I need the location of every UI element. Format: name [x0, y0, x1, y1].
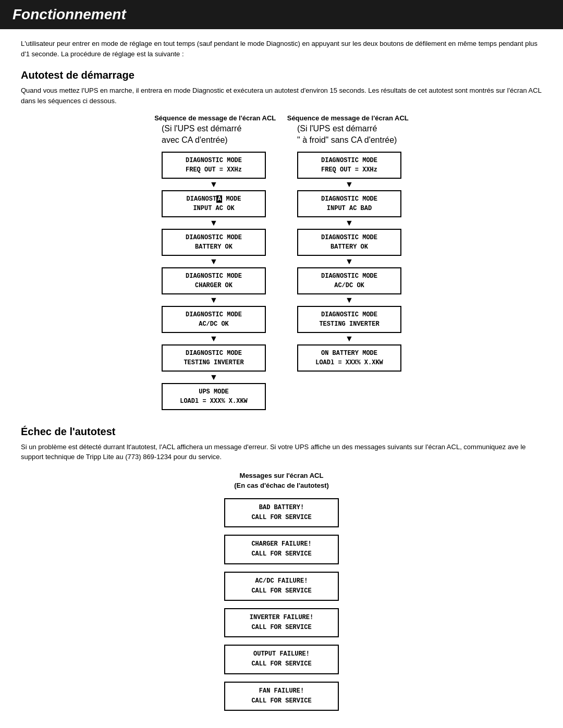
diagram-main-header: Séquence de message de l'écran ACL Séque… — [21, 114, 542, 122]
error-box-2: CHARGER FAILURE!CALL FOR SERVICE — [224, 535, 339, 564]
page-content: L'utilisateur peur entrer en mode de rég… — [0, 39, 563, 728]
error-messages-container: Messages sur l'écran ACL (En cas d'échac… — [21, 471, 542, 718]
col1-header: (Si l'UPS est démarré avec CA d'entrée) — [162, 123, 266, 146]
lcd-box-c1-5: DIAGNOSTIC MODEAC/DC OK — [162, 306, 266, 333]
arrow-c1-1 — [210, 180, 218, 189]
lcd-box-c2-4: DIAGNOSTIC MODEAC/DC OK — [297, 267, 401, 294]
lcd-box-c2-2: DIAGNOSTIC MODEINPUT AC BAD — [297, 190, 401, 217]
error-box-1: BAD BATTERY!CALL FOR SERVICE — [224, 498, 339, 527]
arrow-c1-4 — [210, 295, 218, 305]
error-box-6: FAN FAILURE!CALL FOR SERVICE — [224, 682, 339, 711]
section2-heading: Échec de l'autotest — [21, 426, 542, 438]
arrow-c2-4 — [345, 295, 353, 305]
diagram-col1: DIAGNOSTIC MODEFREQ OUT = XXHz DIAGNOSTA… — [162, 152, 266, 410]
lcd-box-c2-1: DIAGNOSTIC MODEFREQ OUT = XXHz — [297, 152, 401, 179]
arrow-c2-1 — [345, 180, 353, 189]
arrow-c1-6 — [210, 373, 218, 382]
lcd-box-c1-4: DIAGNOSTIC MODECHARGER OK — [162, 267, 266, 294]
arrow-c2-2 — [345, 218, 353, 228]
lcd-box-c1-2: DIAGNOSTA MODEINPUT AC OK — [162, 190, 266, 217]
section1-heading: Autotest de démarrage — [21, 69, 542, 81]
lcd-box-c2-3: DIAGNOSTIC MODEBATTERY OK — [297, 229, 401, 256]
diagram-col2: DIAGNOSTIC MODEFREQ OUT = XXHz DIAGNOSTI… — [297, 152, 401, 410]
intro-paragraph: L'utilisateur peur entrer en mode de rég… — [21, 39, 542, 59]
arrow-c1-2 — [210, 218, 218, 228]
section2-text: Si un problème est détecté durrant lt'au… — [21, 442, 542, 462]
lcd-box-c2-5: DIAGNOSTIC MODETESTING INVERTER — [297, 306, 401, 333]
arrow-c2-5 — [345, 334, 353, 343]
page-title: Fonctionnement — [13, 6, 550, 23]
error-box-3: AC/DC FAILURE!CALL FOR SERVICE — [224, 572, 339, 601]
lcd-box-c1-6: DIAGNOSTIC MODETESTING INVERTER — [162, 344, 266, 372]
section1-text: Quand vous mettez l'UPS en marche, il en… — [21, 85, 542, 106]
diagram-container: DIAGNOSTIC MODEFREQ OUT = XXHz DIAGNOSTA… — [21, 152, 542, 410]
lcd-box-c2-6: ON BATTERY MODELOADl = XXX% X.XKW — [297, 344, 401, 372]
diagram-col-headers: (Si l'UPS est démarré avec CA d'entrée) … — [21, 123, 542, 146]
error-box-5: OUTPUT FAILURE!CALL FOR SERVICE — [224, 645, 339, 674]
col2-header: (Si l'UPS est démarré " à froid" sans CA… — [297, 123, 401, 146]
error-box-4: INVERTER FAILURE!CALL FOR SERVICE — [224, 608, 339, 637]
messages-header: Messages sur l'écran ACL (En cas d'échac… — [234, 471, 329, 491]
arrow-c2-3 — [345, 257, 353, 266]
page-header: Fonctionnement — [0, 0, 563, 29]
lcd-box-c1-7: UPS MODELOADl = XXX% X.XKW — [162, 383, 266, 410]
lcd-box-c1-3: DIAGNOSTIC MODEBATTERY OK — [162, 229, 266, 256]
arrow-c1-3 — [210, 257, 218, 266]
arrow-c1-5 — [210, 334, 218, 343]
lcd-box-c1-1: DIAGNOSTIC MODEFREQ OUT = XXHz — [162, 152, 266, 179]
